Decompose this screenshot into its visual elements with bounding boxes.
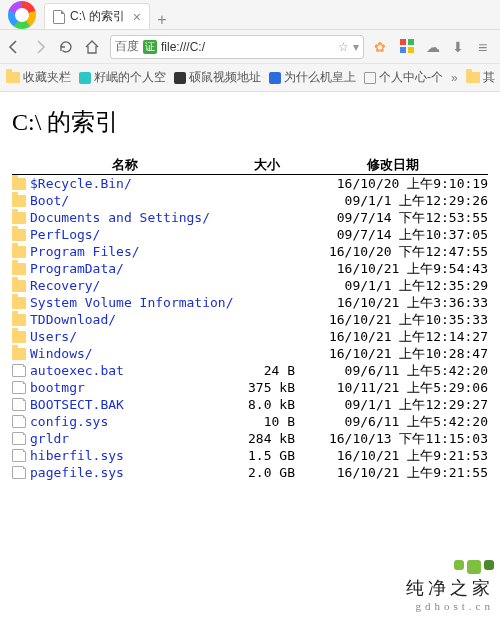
- folder-icon: [12, 229, 26, 241]
- entry-size: 8.0 kB: [237, 396, 297, 413]
- folder-icon: [12, 348, 26, 360]
- favicon-icon: [269, 72, 281, 84]
- file-icon: [12, 466, 26, 479]
- tab-strip: C:\ 的索引 × +: [0, 0, 500, 30]
- entry-name-link[interactable]: System Volume Information/: [30, 294, 237, 311]
- bookmark-item[interactable]: 硕鼠视频地址: [174, 69, 261, 86]
- entry-name-link[interactable]: ProgramData/: [30, 260, 237, 277]
- entry-date: 16/10/21 上午9:21:53: [297, 447, 488, 464]
- folder-icon: [12, 246, 26, 258]
- entry-date: 09/6/11 上午5:42:20: [297, 362, 488, 379]
- entry-name-link[interactable]: config.sys: [30, 413, 237, 430]
- bookmark-label: 其: [483, 69, 495, 86]
- directory-row: Users/16/10/21 上午12:14:27: [12, 328, 488, 345]
- listing-header: 名称 大小 修改日期: [12, 156, 488, 175]
- entry-name-link[interactable]: bootmgr: [30, 379, 237, 396]
- entry-name-link[interactable]: Recovery/: [30, 277, 237, 294]
- new-tab-button[interactable]: +: [150, 11, 174, 29]
- entry-name-link[interactable]: Program Files/: [30, 243, 237, 260]
- bookmark-label: 收藏夹栏: [23, 69, 71, 86]
- entry-name-link[interactable]: Users/: [30, 328, 237, 345]
- entry-date: 09/7/14 上午10:37:05: [297, 226, 488, 243]
- col-header-date: 修改日期: [297, 156, 488, 174]
- home-button[interactable]: [84, 39, 100, 55]
- directory-row: PerfLogs/09/7/14 上午10:37:05: [12, 226, 488, 243]
- file-row: pagefile.sys2.0 GB16/10/21 上午9:21:55: [12, 464, 488, 481]
- favicon-icon: [79, 72, 91, 84]
- download-icon[interactable]: ⬇: [452, 39, 468, 55]
- menu-button[interactable]: ≡: [478, 39, 494, 55]
- folder-icon: [12, 212, 26, 224]
- folder-icon: [12, 280, 26, 292]
- tab-close-icon[interactable]: ×: [133, 10, 141, 24]
- entry-date: 09/1/1 上午12:29:26: [297, 192, 488, 209]
- bookmark-label: 个人中心-个: [379, 69, 443, 86]
- entry-date: 16/10/20 上午9:10:19: [297, 175, 488, 192]
- extension-paw-icon[interactable]: ✿: [374, 39, 390, 55]
- address-dropdown-icon[interactable]: ▾: [353, 40, 359, 54]
- bookmark-item[interactable]: 为什么机皇上: [269, 69, 356, 86]
- entry-date: 16/10/20 下午12:47:55: [297, 243, 488, 260]
- back-button[interactable]: [6, 39, 22, 55]
- entry-name-link[interactable]: $Recycle.Bin/: [30, 175, 237, 192]
- extension-grid-icon[interactable]: [400, 39, 416, 55]
- entry-name-link[interactable]: TDDownload/: [30, 311, 237, 328]
- entry-name-link[interactable]: BOOTSECT.BAK: [30, 396, 237, 413]
- bookmark-item[interactable]: 个人中心-个: [364, 69, 443, 86]
- tab-active[interactable]: C:\ 的索引 ×: [44, 3, 150, 29]
- directory-row: System Volume Information/16/10/21 上午3:3…: [12, 294, 488, 311]
- entry-name-link[interactable]: Documents and Settings/: [30, 209, 237, 226]
- entry-date: 16/10/21 上午9:21:55: [297, 464, 488, 481]
- watermark: 纯净之家 gdhost.cn: [406, 560, 494, 612]
- file-row: hiberfil.sys1.5 GB16/10/21 上午9:21:53: [12, 447, 488, 464]
- entry-date: 16/10/21 上午10:28:47: [297, 345, 488, 362]
- entry-name-link[interactable]: PerfLogs/: [30, 226, 237, 243]
- bookmark-overflow-icon[interactable]: »: [451, 71, 458, 85]
- file-row: BOOTSECT.BAK8.0 kB09/1/1 上午12:29:27: [12, 396, 488, 413]
- entry-date: 09/1/1 上午12:29:27: [297, 396, 488, 413]
- bookmark-item[interactable]: 籽岷的个人空: [79, 69, 166, 86]
- file-row: config.sys10 B09/6/11 上午5:42:20: [12, 413, 488, 430]
- address-bar[interactable]: 百度 证 file:///C:/ ☆ ▾: [110, 35, 364, 59]
- entry-size: 2.0 GB: [237, 464, 297, 481]
- url-text: file:///C:/: [161, 40, 205, 54]
- bookmark-label: 籽岷的个人空: [94, 69, 166, 86]
- entry-date: 09/7/14 下午12:53:55: [297, 209, 488, 226]
- tab-favicon-icon: [53, 10, 65, 24]
- folder-icon: [12, 297, 26, 309]
- file-icon: [12, 381, 26, 394]
- forward-button[interactable]: [32, 39, 48, 55]
- bookmark-star-icon[interactable]: ☆: [338, 40, 349, 54]
- page-icon: [364, 72, 376, 84]
- browser-logo-icon: [8, 1, 36, 29]
- watermark-text: 纯净之家: [406, 576, 494, 600]
- entry-name-link[interactable]: hiberfil.sys: [30, 447, 237, 464]
- entry-date: 10/11/21 上午5:29:06: [297, 379, 488, 396]
- directory-row: Documents and Settings/09/7/14 下午12:53:5…: [12, 209, 488, 226]
- col-header-size: 大小: [237, 156, 297, 174]
- file-row: grldr284 kB16/10/13 下午11:15:03: [12, 430, 488, 447]
- watermark-logo-icon: [406, 560, 494, 574]
- entry-date: 09/6/11 上午5:42:20: [297, 413, 488, 430]
- bookmark-label: 硕鼠视频地址: [189, 69, 261, 86]
- page-title: C:\ 的索引: [12, 106, 488, 138]
- folder-icon: [12, 178, 26, 190]
- cloud-sync-icon[interactable]: ☁: [426, 39, 442, 55]
- cert-badge: 证: [143, 40, 157, 54]
- entry-name-link[interactable]: autoexec.bat: [30, 362, 237, 379]
- directory-row: ProgramData/16/10/21 上午9:54:43: [12, 260, 488, 277]
- entry-size: 1.5 GB: [237, 447, 297, 464]
- entry-name-link[interactable]: pagefile.sys: [30, 464, 237, 481]
- reload-button[interactable]: [58, 39, 74, 55]
- file-icon: [12, 398, 26, 411]
- entry-size: 24 B: [237, 362, 297, 379]
- folder-icon: [12, 314, 26, 326]
- folder-icon: [12, 195, 26, 207]
- entry-name-link[interactable]: Boot/: [30, 192, 237, 209]
- file-icon: [12, 415, 26, 428]
- entry-name-link[interactable]: Windows/: [30, 345, 237, 362]
- bookmark-item[interactable]: 收藏夹栏: [6, 69, 71, 86]
- directory-listing: 名称 大小 修改日期 $Recycle.Bin/16/10/20 上午9:10:…: [12, 156, 488, 481]
- bookmark-item[interactable]: 其: [466, 69, 495, 86]
- entry-name-link[interactable]: grldr: [30, 430, 237, 447]
